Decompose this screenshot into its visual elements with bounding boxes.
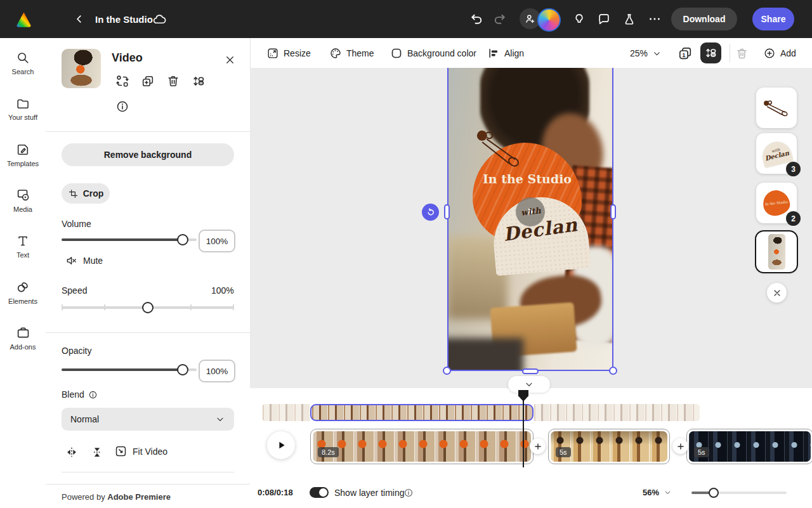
back-button[interactable] bbox=[74, 13, 85, 25]
download-button[interactable]: Download bbox=[671, 8, 737, 30]
beta-flask-icon[interactable] bbox=[622, 12, 636, 26]
adobe-express-logo[interactable] bbox=[15, 11, 32, 30]
volume-value[interactable]: 100% bbox=[199, 230, 235, 252]
layer-card-orange-blob-group[interactable]: In the Studio 2 bbox=[756, 183, 797, 223]
layers-panel-toggle-active[interactable] bbox=[700, 42, 721, 63]
add-clip-button-1[interactable] bbox=[530, 438, 546, 454]
delete-button[interactable] bbox=[166, 74, 181, 89]
user-avatar[interactable] bbox=[537, 8, 561, 32]
canvas-zoom-control[interactable]: 25% bbox=[630, 45, 662, 62]
left-navigation-rail: Search Your stuff Templates Media Text E… bbox=[0, 38, 46, 508]
sidebar-item-label: Media bbox=[13, 205, 32, 213]
safety-pin-layer-icon bbox=[762, 98, 791, 118]
blend-mode-select[interactable]: Normal bbox=[62, 408, 234, 431]
scrubber-strip-right[interactable] bbox=[534, 404, 700, 421]
add-clip-button-2[interactable] bbox=[672, 438, 688, 454]
sidebar-item-your-stuff[interactable]: Your stuff bbox=[0, 96, 46, 121]
resize-handle-right[interactable] bbox=[610, 204, 616, 219]
sidebar-item-search[interactable]: Search bbox=[0, 51, 46, 75]
timeline-zoom-control[interactable]: 56% bbox=[643, 488, 672, 497]
crop-button[interactable]: Crop bbox=[62, 183, 110, 204]
remove-background-button[interactable]: Remove background bbox=[62, 143, 234, 166]
blend-value: Normal bbox=[70, 414, 99, 424]
video-layer-preview bbox=[768, 234, 785, 270]
redo-button[interactable] bbox=[492, 12, 507, 27]
resize-icon bbox=[266, 47, 279, 60]
blend-info-icon[interactable] bbox=[88, 390, 98, 400]
delete-page-button-disabled[interactable] bbox=[734, 46, 749, 61]
mute-button[interactable]: Mute bbox=[65, 254, 103, 267]
opacity-value[interactable]: 100% bbox=[199, 360, 235, 382]
align-button[interactable]: Align bbox=[487, 45, 524, 62]
more-options-button[interactable] bbox=[648, 14, 662, 27]
layer-card-video-selected[interactable] bbox=[756, 231, 797, 272]
rotate-icon bbox=[426, 207, 436, 218]
pages-button[interactable]: 1 bbox=[678, 46, 693, 61]
selected-video-element[interactable]: In the Studio with Declan bbox=[447, 68, 613, 371]
sidebar-item-label: Search bbox=[12, 68, 34, 75]
resize-button[interactable]: Resize bbox=[266, 45, 311, 62]
document-title[interactable]: In the Studio bbox=[95, 14, 153, 25]
layer-group-count-badge: 2 bbox=[786, 211, 801, 226]
sidebar-item-text[interactable]: Text bbox=[0, 234, 46, 259]
theme-button[interactable]: Theme bbox=[329, 45, 374, 62]
search-icon bbox=[16, 51, 30, 65]
sidebar-item-templates[interactable]: Templates bbox=[0, 143, 46, 167]
sidebar-item-media[interactable]: Media bbox=[0, 188, 46, 213]
video-info-button[interactable] bbox=[115, 99, 130, 114]
show-layer-timing-toggle[interactable] bbox=[310, 487, 329, 498]
scrubber-strip-left[interactable] bbox=[262, 404, 310, 421]
add-page-button[interactable]: Add bbox=[763, 45, 796, 62]
timeline-clip-1[interactable]: 8.2s bbox=[310, 429, 534, 464]
fit-video-button[interactable]: Fit Video bbox=[114, 445, 167, 458]
timeline-clip-3[interactable]: 5s bbox=[686, 429, 812, 464]
sidebar-item-elements[interactable]: Elements bbox=[0, 280, 46, 305]
divider bbox=[62, 472, 234, 472]
layer-card-cream-badge-group[interactable]: with Declan 3 bbox=[756, 133, 797, 174]
mute-icon bbox=[65, 254, 78, 267]
close-layers-rail-button[interactable] bbox=[767, 283, 787, 303]
top-bar: In the Studio Download Share bbox=[0, 0, 812, 38]
speed-label: Speed bbox=[62, 285, 87, 296]
duplicate-button[interactable] bbox=[140, 74, 155, 89]
canvas-zoom-value: 25% bbox=[630, 48, 648, 58]
powered-by-footer: Powered by Adobe Premiere bbox=[62, 492, 171, 502]
resize-handle-bottom-left[interactable] bbox=[443, 367, 451, 375]
elements-icon bbox=[16, 280, 30, 294]
cloud-sync-icon[interactable] bbox=[152, 12, 167, 27]
timeline-clip-2[interactable]: 5s bbox=[548, 429, 670, 464]
replace-video-button[interactable] bbox=[115, 74, 130, 89]
layer-card-safety-pin[interactable] bbox=[756, 88, 797, 128]
timeline-zoom-value: 56% bbox=[643, 488, 659, 497]
speed-ramp-button[interactable] bbox=[89, 445, 105, 460]
sidebar-item-add-ons[interactable]: Add-ons bbox=[0, 325, 46, 351]
scrubber-strip-selected[interactable] bbox=[310, 404, 534, 421]
theme-label: Theme bbox=[346, 48, 374, 58]
pages-icon: 1 bbox=[678, 46, 693, 61]
video-frame: In the Studio with Declan bbox=[447, 68, 613, 371]
mini-title-text: In the Studio bbox=[765, 200, 789, 206]
sidebar-item-label: Text bbox=[16, 251, 29, 259]
layer-timing-info-icon[interactable] bbox=[403, 488, 414, 498]
lightbulb-icon[interactable] bbox=[572, 12, 586, 26]
comments-button[interactable] bbox=[597, 12, 611, 26]
timeline-play-button[interactable] bbox=[267, 431, 295, 459]
resize-handle-bottom-right[interactable] bbox=[609, 367, 617, 375]
close-panel-button[interactable] bbox=[222, 52, 237, 67]
background-color-button[interactable]: Background color bbox=[390, 45, 476, 62]
share-button[interactable]: Share bbox=[752, 8, 794, 30]
undo-button[interactable] bbox=[469, 12, 484, 27]
flip-horizontal-button[interactable] bbox=[64, 445, 79, 460]
resize-handle-left[interactable] bbox=[444, 204, 450, 219]
collapse-timeline-button[interactable] bbox=[508, 376, 550, 393]
rotate-handle[interactable] bbox=[422, 204, 439, 221]
blend-label: Blend bbox=[62, 389, 84, 400]
reorder-icon bbox=[704, 46, 717, 60]
resize-handle-bottom[interactable] bbox=[522, 368, 539, 374]
reorder-layers-button[interactable] bbox=[191, 74, 206, 89]
close-icon bbox=[772, 288, 782, 298]
folder-icon bbox=[16, 96, 30, 110]
chevron-down-icon bbox=[664, 488, 672, 497]
duplicate-icon bbox=[141, 74, 155, 88]
crop-icon bbox=[68, 188, 79, 199]
